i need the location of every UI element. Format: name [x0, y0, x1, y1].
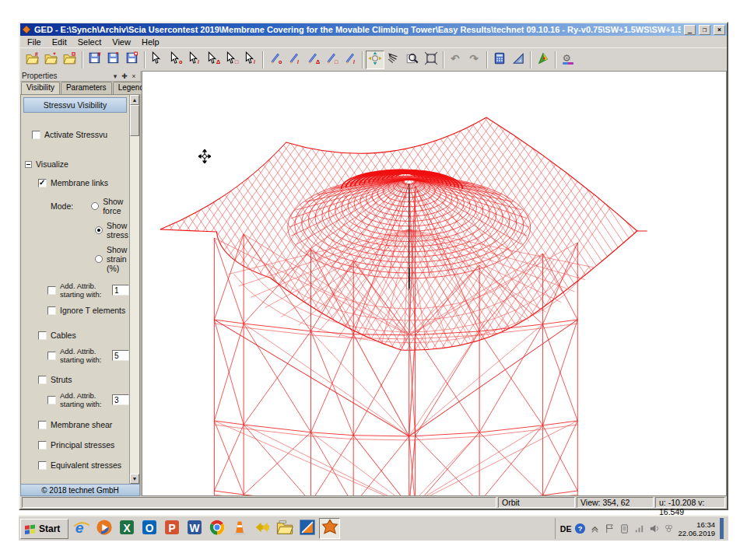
scroll-up-icon[interactable]: ▲	[130, 95, 139, 105]
minimize-button[interactable]: _	[684, 25, 696, 35]
undo-button[interactable]: ↶	[447, 51, 465, 69]
scroll-down-icon[interactable]: ▼	[130, 474, 139, 484]
cables-checkbox[interactable]	[38, 331, 47, 340]
open-triangle-button[interactable]	[42, 51, 61, 69]
start-button[interactable]: Start	[20, 519, 68, 539]
flag-button[interactable]	[534, 51, 552, 69]
viewport[interactable]	[142, 71, 727, 496]
app-tray-icon[interactable]	[663, 523, 675, 534]
internet-explorer-icon: e	[73, 519, 90, 539]
ged-active-taskbar-button[interactable]	[319, 518, 340, 539]
pencil-circle-button[interactable]: o	[266, 51, 285, 69]
panel-scrollbar[interactable]: ▲ ▼	[129, 95, 139, 484]
vlc-taskbar-button[interactable]	[229, 518, 250, 539]
tab-parameters[interactable]: Parameters	[61, 82, 112, 94]
updates-tray-icon[interactable]	[589, 523, 601, 534]
internet-explorer-taskbar-button[interactable]: e	[71, 518, 92, 539]
status-view: View: 354, 62	[577, 497, 654, 508]
volume-tray-icon[interactable]	[648, 523, 660, 534]
flag-tray-icon[interactable]	[604, 523, 615, 534]
pin-icon[interactable]: ✚	[120, 72, 129, 80]
zoom-rays-button[interactable]	[384, 51, 403, 69]
membrane-shear-checkbox[interactable]	[38, 421, 47, 429]
zoom-window-button[interactable]	[403, 51, 422, 69]
vlc-icon	[231, 519, 248, 539]
show-stress-radio[interactable]	[95, 226, 103, 234]
membrane-attrib-checkbox[interactable]	[47, 286, 56, 295]
save-hash-button[interactable]: #	[86, 51, 104, 69]
menu-help[interactable]: Help	[136, 37, 165, 47]
cursor-square-button[interactable]: □	[223, 51, 241, 69]
title-bar[interactable]: GED - E:\Synch\Archiv\Scia Usercontest 2…	[20, 23, 727, 36]
show-force-radio[interactable]	[91, 202, 99, 210]
svg-text:o: o	[279, 58, 282, 65]
toolbar-separator	[362, 51, 363, 68]
zoom-extents-button[interactable]	[422, 51, 440, 69]
membrane-links-label: Membrane links	[51, 178, 108, 187]
orbit-button[interactable]	[366, 51, 384, 69]
restore-button[interactable]: ❐	[699, 25, 710, 35]
tab-visibility[interactable]: Visibility	[21, 82, 60, 94]
cursor-slash-button[interactable]: /	[185, 51, 204, 69]
word-icon: W	[186, 519, 203, 539]
media-player-taskbar-button[interactable]	[93, 518, 114, 539]
svg-text:X: X	[123, 522, 131, 534]
show-strain-radio[interactable]	[95, 255, 103, 263]
yellow-arrows-taskbar-button[interactable]	[251, 518, 272, 539]
scrollbar-thumb[interactable]	[130, 105, 139, 136]
cursor-triangle-button[interactable]: Δ	[204, 51, 223, 69]
show-desktop-button[interactable]	[720, 518, 724, 539]
struts-checkbox[interactable]	[38, 376, 47, 384]
scia-taskbar-button[interactable]	[296, 518, 317, 539]
toolbar: # # o/Δ□/ o / Δ □ / ↶↷ ⚙	[20, 47, 727, 71]
close-button[interactable]: ×	[714, 25, 725, 35]
toolbar-separator	[262, 51, 264, 68]
yellow-arrows-icon	[254, 519, 271, 539]
struts-attrib-input[interactable]	[112, 394, 129, 405]
ignore-t-checkbox[interactable]	[47, 306, 56, 315]
pencil-square-button[interactable]: □	[322, 51, 341, 69]
redo-icon: ↷	[468, 51, 482, 68]
cursor-circle-button[interactable]: o	[167, 51, 185, 69]
menu-file[interactable]: File	[22, 37, 47, 47]
panel-menu-icon[interactable]: ▾	[110, 72, 120, 80]
powerpoint-taskbar-button[interactable]: P	[161, 518, 182, 539]
gear-button[interactable]: ⚙	[559, 51, 577, 69]
menu-select[interactable]: Select	[72, 37, 107, 47]
chrome-taskbar-button[interactable]	[206, 518, 227, 539]
cursor-check-button[interactable]: /	[241, 51, 260, 69]
collapse-visualize-icon[interactable]	[25, 161, 32, 168]
word-taskbar-button[interactable]: W	[184, 518, 205, 539]
excel-taskbar-button[interactable]: X	[116, 518, 137, 539]
outlook-taskbar-button[interactable]: O	[139, 518, 160, 539]
menu-view[interactable]: View	[107, 37, 136, 47]
struts-attrib-checkbox[interactable]	[47, 396, 56, 404]
open-square-button[interactable]	[61, 51, 79, 69]
cables-attrib-checkbox[interactable]	[47, 352, 56, 360]
pencil-slash-button[interactable]: /	[285, 51, 303, 69]
membrane-links-checkbox[interactable]	[38, 179, 47, 187]
open-hash-button[interactable]: #	[23, 51, 42, 69]
panel-caption: Properties	[22, 72, 110, 80]
pencil-slash2-button[interactable]: /	[341, 51, 359, 69]
principal-stresses-checkbox[interactable]	[38, 441, 47, 450]
panel-close-icon[interactable]: ×	[129, 72, 139, 80]
redo-button[interactable]: ↷	[465, 51, 484, 69]
open-hash-icon: #	[26, 51, 40, 68]
calculator-button[interactable]	[490, 51, 509, 69]
equivalent-stresses-checkbox[interactable]	[38, 461, 47, 470]
device-tray-icon[interactable]	[619, 523, 630, 534]
file-explorer-taskbar-button[interactable]	[274, 518, 295, 539]
save-square-button[interactable]	[123, 51, 142, 69]
cables-attrib-input[interactable]	[112, 350, 129, 361]
save-triangle-button[interactable]	[104, 51, 123, 69]
pencil-triangle-button[interactable]: Δ	[303, 51, 322, 69]
setsquare-button[interactable]	[509, 51, 528, 69]
membrane-attrib-input[interactable]	[112, 285, 129, 296]
language-indicator[interactable]: DE	[560, 524, 572, 534]
cursor-plain-button[interactable]	[148, 51, 167, 69]
menu-edit[interactable]: Edit	[47, 37, 72, 47]
help-tray-icon[interactable]: ?	[574, 523, 586, 534]
network-tray-icon[interactable]	[633, 523, 645, 534]
activate-stressvu-checkbox[interactable]	[32, 131, 40, 139]
